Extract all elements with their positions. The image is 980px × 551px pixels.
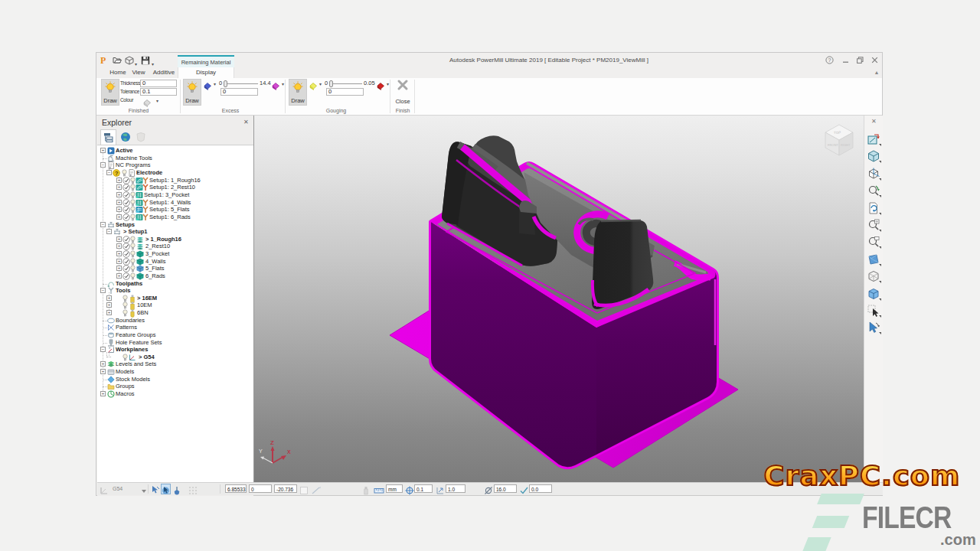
gouging-min-bucket-icon[interactable] xyxy=(309,80,318,93)
tree-item-setup1-6-rads[interactable]: +Setup1: 6_Rads xyxy=(97,214,253,221)
tree-item-levels-and-sets[interactable]: +Levels and Sets xyxy=(97,360,253,368)
tree-item-5-flats[interactable]: +5_Flats xyxy=(97,265,253,272)
zoom-window-icon[interactable] xyxy=(867,235,880,249)
select-pointer-icon[interactable] xyxy=(867,304,880,318)
tree-item-4-walls[interactable]: +4_Walls xyxy=(97,258,253,266)
cursor-snap-icon[interactable] xyxy=(151,484,160,498)
cube-axes-icon[interactable] xyxy=(867,167,880,181)
tree-item-patterns[interactable]: Patterns xyxy=(97,324,253,331)
tree-item-label[interactable]: 6BN xyxy=(137,309,149,317)
expander-plus-icon[interactable]: + xyxy=(100,369,106,374)
tab-display[interactable]: Display xyxy=(178,67,234,79)
tree-item-label[interactable]: 10EM xyxy=(137,302,152,309)
tree-item-setup1-1-rough16[interactable]: +Setup1: 1_Rough16 xyxy=(97,177,253,184)
expander-minus-icon[interactable]: − xyxy=(100,347,106,352)
expander-plus-icon[interactable]: + xyxy=(116,214,122,220)
tree-item-groups[interactable]: Groups xyxy=(97,383,253,390)
gouging-draw-button[interactable]: Draw xyxy=(289,79,307,106)
tree-item-label[interactable]: Setup1: 3_Pocket xyxy=(144,191,189,199)
expander-plus-icon[interactable]: + xyxy=(116,200,122,205)
tree-item-label[interactable]: Stock Models xyxy=(116,376,150,383)
expander-plus-icon[interactable]: + xyxy=(100,391,106,396)
colour-caret-icon[interactable]: ▾ xyxy=(156,99,158,103)
explorer-locked-tab[interactable] xyxy=(132,129,149,145)
tree-item-feature-groups[interactable]: Feature Groups xyxy=(97,331,253,339)
diameter-icon[interactable] xyxy=(484,484,493,498)
tool-status-icon[interactable] xyxy=(361,484,371,498)
expander-plus-icon[interactable]: + xyxy=(116,192,122,197)
tree-item-label[interactable]: NC Programs xyxy=(116,161,150,169)
tree-item-label[interactable]: Active xyxy=(116,147,133,155)
tree-item-label[interactable]: Electrode xyxy=(136,169,162,177)
expander-plus-icon[interactable]: + xyxy=(100,148,106,153)
excess-slider[interactable] xyxy=(224,83,258,84)
gouging-slider-thumb[interactable] xyxy=(329,80,333,87)
expander-plus-icon[interactable]: + xyxy=(116,273,122,279)
view-cube[interactable]: TOP FRONT RIGHT xyxy=(825,125,853,155)
tree-item-6bn[interactable]: +6BN xyxy=(97,309,253,317)
active-workplane-value[interactable]: G54 xyxy=(113,486,122,491)
refresh-view-icon[interactable] xyxy=(867,201,880,215)
help-button[interactable]: ? xyxy=(825,56,834,64)
workplane-dropdown-icon[interactable] xyxy=(141,484,147,498)
units-icon[interactable] xyxy=(374,484,384,498)
shaded-icon[interactable] xyxy=(867,253,880,266)
excess-max-bucket-icon[interactable] xyxy=(271,80,281,93)
excess-slider-thumb[interactable] xyxy=(224,80,227,87)
explorer-tree-tab[interactable] xyxy=(100,129,116,145)
tree-item-label[interactable]: > 16EM xyxy=(137,295,157,302)
tree-item-label[interactable]: Groups xyxy=(116,383,135,390)
view-toolbar-close-icon[interactable]: ✕ xyxy=(871,118,877,125)
tree-item-label[interactable]: Feature Groups xyxy=(116,331,156,339)
tolerance-icon[interactable] xyxy=(405,484,414,498)
tree-item-tools[interactable]: −Tools xyxy=(97,287,253,295)
expander-plus-icon[interactable]: + xyxy=(106,310,112,315)
tree-item-label[interactable]: Setup1: 4_Walls xyxy=(149,199,191,207)
coord-y-field[interactable]: 0 xyxy=(249,484,272,493)
tab-view[interactable]: View xyxy=(127,67,150,78)
excess-min-bucket-icon[interactable] xyxy=(203,80,213,93)
expander-plus-icon[interactable]: + xyxy=(100,361,106,367)
tree-item-label[interactable]: Setup1: 2_Rest10 xyxy=(149,184,195,191)
tree-item-nc-programs[interactable]: −NC Programs xyxy=(97,161,253,169)
tree-item-label[interactable]: Models xyxy=(116,368,134,376)
tree-item-label[interactable]: > Setup1 xyxy=(123,228,147,236)
tree-item-electrode[interactable]: −?Electrode xyxy=(97,169,253,177)
expander-plus-icon[interactable]: + xyxy=(116,236,122,242)
tree-item-label[interactable]: Levels and Sets xyxy=(116,360,156,368)
intelligent-cursor-button[interactable] xyxy=(161,484,171,494)
tree-item-label[interactable]: 4_Walls xyxy=(145,258,165,266)
export-model-icon[interactable] xyxy=(125,55,134,65)
tree-item-machine-tools[interactable]: Machine Tools xyxy=(97,155,253,162)
excess-max-caret-icon[interactable]: ▾ xyxy=(282,82,284,86)
tree-item-active[interactable]: +Active xyxy=(97,147,253,155)
tree-item-3-pocket[interactable]: +3_Pocket xyxy=(97,250,253,258)
tip-radius-field[interactable]: 0.0 xyxy=(529,484,552,493)
expander-plus-icon[interactable]: + xyxy=(116,243,122,249)
tree-item-label[interactable]: Macros xyxy=(116,390,135,398)
gouging-slider[interactable] xyxy=(330,83,362,84)
expander-plus-icon[interactable]: + xyxy=(116,207,122,212)
tree-item-6-rads[interactable]: +6_Rads xyxy=(97,272,253,280)
tree-item-setup1-2-rest10[interactable]: +Setup1: 2_Rest10 xyxy=(97,184,253,191)
zoom-box-icon[interactable] xyxy=(867,218,880,232)
gouging-value-input[interactable]: 0 xyxy=(326,88,364,96)
tab-additive[interactable]: Additive xyxy=(149,67,179,78)
expander-minus-icon[interactable]: − xyxy=(106,229,112,234)
tree-item-setup1-5-flats[interactable]: +Setup1: 5_Flats xyxy=(97,206,253,214)
tree-item-label[interactable]: 6_Rads xyxy=(145,272,165,280)
tree-item-setup1-3-pocket[interactable]: +Setup1: 3_Pocket xyxy=(97,191,253,199)
tree-item-toolpaths[interactable]: Toolpaths xyxy=(97,280,253,288)
tree-item-label[interactable]: Setup1: 1_Rough16 xyxy=(149,177,201,184)
viewport-3d[interactable]: TOP FRONT RIGHT Z X Y xyxy=(253,116,864,482)
thickness-field[interactable]: 1.0 xyxy=(446,484,466,493)
coord-x-field[interactable]: 6.85533 xyxy=(225,484,247,493)
zoom-rotate-icon[interactable] xyxy=(867,184,880,197)
tree-item-stock-models[interactable]: Stock Models xyxy=(97,376,253,383)
open-project-icon[interactable] xyxy=(113,55,122,65)
thickness-icon[interactable] xyxy=(436,484,445,498)
measure-icon[interactable] xyxy=(311,484,322,498)
tree-item-models[interactable]: +Models xyxy=(97,368,253,376)
wireframe-icon[interactable] xyxy=(867,269,880,283)
excess-min-caret-icon[interactable]: ▾ xyxy=(214,82,216,86)
